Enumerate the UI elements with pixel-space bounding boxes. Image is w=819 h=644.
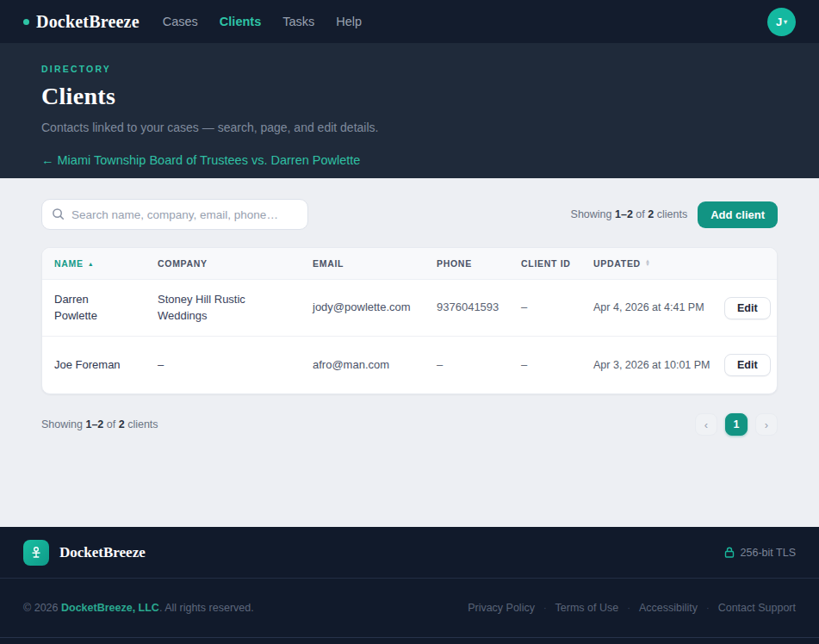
table-header-row: NAME ▲ COMPANY EMAIL PHONE CLIENT ID UPD…	[42, 248, 777, 280]
footer-brand-row: DocketBreeze 256-bit TLS	[0, 527, 819, 579]
brand-logo[interactable]: DocketBreeze	[23, 12, 140, 32]
column-header-company: COMPANY	[158, 258, 313, 269]
company-link[interactable]: DocketBreeze, LLC	[61, 602, 159, 614]
column-header-name[interactable]: NAME ▲	[54, 258, 158, 269]
footer-legal-row: © 2026 DocketBreeze, LLC. All rights res…	[0, 579, 819, 637]
clients-table: NAME ▲ COMPANY EMAIL PHONE CLIENT ID UPD…	[41, 247, 778, 394]
privacy-policy-link[interactable]: Privacy Policy	[468, 602, 535, 614]
table-row: Darren Powlette Stoney Hill Rustic Weddi…	[42, 280, 777, 337]
client-phone: –	[437, 357, 521, 374]
brand-dot-icon	[23, 19, 29, 25]
column-header-email: EMAIL	[313, 258, 437, 269]
column-header-updated[interactable]: UPDATED ▲ ▼	[593, 258, 724, 269]
client-email: afro@man.com	[313, 357, 437, 374]
next-page-button[interactable]: ›	[755, 413, 778, 436]
row-actions: Edit	[724, 354, 771, 376]
dot-separator: ·	[543, 603, 547, 613]
client-email: jody@powlette.com	[313, 300, 437, 316]
nav-item-help[interactable]: Help	[336, 15, 362, 28]
nav-item-tasks[interactable]: Tasks	[282, 15, 314, 28]
accessibility-link[interactable]: Accessibility	[639, 602, 698, 614]
chevron-down-icon: ▾	[784, 18, 787, 26]
client-id: –	[521, 300, 593, 316]
bottom-bar: Showing 1–2 of 2 clients ‹ 1 ›	[41, 413, 778, 436]
main-nav: Cases Clients Tasks Help	[163, 15, 362, 28]
client-name: Joe Foreman	[54, 357, 158, 374]
brand-name: DocketBreeze	[36, 12, 140, 32]
footer-links: Privacy Policy · Terms of Use · Accessib…	[468, 602, 796, 614]
top-nav: DocketBreeze Cases Clients Tasks Help J …	[0, 0, 819, 43]
eyebrow-label: DIRECTORY	[41, 64, 778, 74]
back-to-case-link[interactable]: ← Miami Township Board of Trustees vs. D…	[41, 153, 360, 167]
tls-label: 256-bit TLS	[741, 547, 796, 559]
sort-toggle-icon: ▲ ▼	[645, 260, 651, 266]
page-header: DIRECTORY Clients Contacts linked to you…	[0, 43, 819, 178]
row-actions: Edit	[724, 297, 771, 319]
page-1-button[interactable]: 1	[725, 413, 748, 436]
result-count: Showing 1–2 of 2 clients	[571, 208, 688, 220]
tls-badge: 256-bit TLS	[724, 547, 796, 559]
footer-bottom-strip	[0, 637, 819, 644]
client-name: Darren Powlette	[54, 292, 158, 325]
search-icon	[52, 207, 65, 220]
lock-icon	[724, 547, 735, 558]
search-wrap	[41, 199, 308, 230]
dot-separator: ·	[706, 603, 710, 613]
page-title: Clients	[41, 83, 778, 110]
avatar-initial: J	[776, 15, 782, 28]
user-avatar[interactable]: J ▾	[767, 8, 796, 36]
edit-button[interactable]: Edit	[724, 354, 771, 376]
client-company: Stoney Hill Rustic Weddings	[158, 292, 313, 325]
clients-page: DocketBreeze Cases Clients Tasks Help J …	[0, 0, 819, 644]
sort-ascending-icon: ▲	[88, 261, 95, 267]
main-content: Showing 1–2 of 2 clients Add client NAME…	[0, 199, 819, 436]
previous-page-button[interactable]: ‹	[695, 413, 717, 436]
footer-brand-name: DocketBreeze	[59, 544, 146, 561]
terms-of-use-link[interactable]: Terms of Use	[555, 602, 619, 614]
nav-item-cases[interactable]: Cases	[163, 15, 198, 28]
pagination: ‹ 1 ›	[695, 413, 778, 436]
client-phone: 9376041593	[437, 300, 521, 316]
client-company: –	[158, 357, 313, 374]
column-header-phone: PHONE	[437, 258, 521, 269]
add-client-button[interactable]: Add client	[698, 201, 778, 228]
nav-item-clients[interactable]: Clients	[220, 15, 261, 28]
page-subtitle: Contacts linked to your cases — search, …	[41, 121, 778, 134]
client-updated: Apr 4, 2026 at 4:41 PM	[593, 300, 724, 315]
scales-of-justice-icon	[23, 540, 49, 566]
client-id: –	[521, 357, 593, 374]
column-header-client-id: CLIENT ID	[521, 258, 593, 269]
edit-button[interactable]: Edit	[724, 297, 771, 319]
client-updated: Apr 3, 2026 at 10:01 PM	[593, 357, 724, 373]
toolbar-right: Showing 1–2 of 2 clients Add client	[571, 201, 778, 228]
table-row: Joe Foreman – afro@man.com – – Apr 3, 20…	[42, 337, 777, 393]
copyright-text: © 2026 DocketBreeze, LLC. All rights res…	[23, 602, 254, 614]
dot-separator: ·	[627, 603, 630, 613]
toolbar: Showing 1–2 of 2 clients Add client	[41, 199, 778, 230]
result-count: Showing 1–2 of 2 clients	[41, 418, 158, 430]
contact-support-link[interactable]: Contact Support	[718, 602, 796, 614]
footer: DocketBreeze 256-bit TLS © 2026 DocketBr…	[0, 527, 819, 644]
search-input[interactable]	[41, 199, 308, 230]
